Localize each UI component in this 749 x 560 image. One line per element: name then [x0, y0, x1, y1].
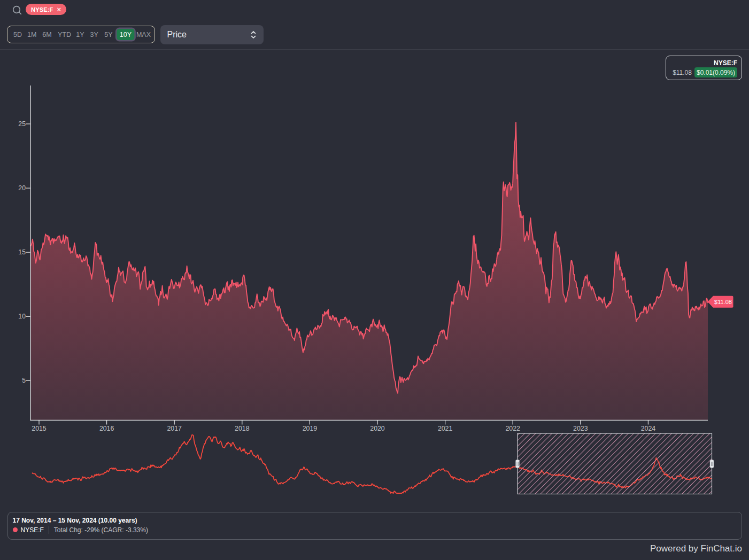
svg-text:2024: 2024: [641, 425, 656, 432]
svg-text:2019: 2019: [303, 425, 318, 432]
svg-text:10: 10: [18, 313, 26, 320]
svg-text:15: 15: [18, 248, 26, 256]
svg-text:2021: 2021: [438, 425, 453, 432]
svg-text:$11.08: $11.08: [714, 299, 732, 305]
svg-text:2015: 2015: [32, 425, 47, 432]
svg-text:25: 25: [18, 120, 26, 128]
svg-text:20: 20: [18, 184, 26, 192]
svg-text:2018: 2018: [235, 425, 250, 432]
svg-text:2023: 2023: [573, 425, 588, 432]
svg-text:2020: 2020: [370, 425, 385, 432]
svg-text:2022: 2022: [506, 425, 521, 432]
svg-text:2017: 2017: [167, 425, 182, 432]
svg-text:5: 5: [22, 377, 26, 384]
svg-text:2016: 2016: [99, 425, 114, 432]
